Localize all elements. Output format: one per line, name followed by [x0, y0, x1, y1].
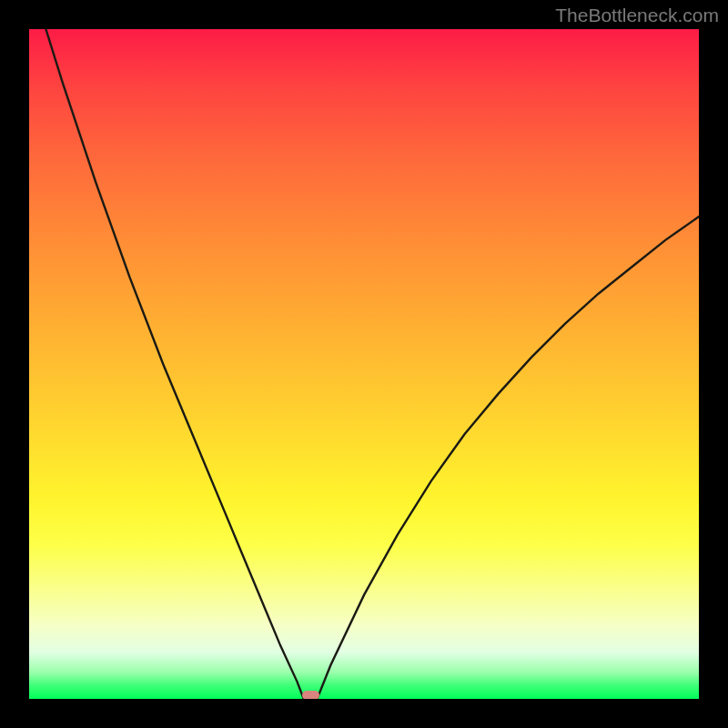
curve-right-branch: [317, 217, 699, 699]
optimum-marker: [302, 691, 319, 699]
curve-left-branch: [46, 29, 303, 699]
chart-frame: TheBottleneck.com: [0, 0, 728, 728]
watermark-text: TheBottleneck.com: [555, 5, 719, 26]
bottleneck-curve: [29, 29, 699, 699]
plot-area: [29, 29, 699, 699]
